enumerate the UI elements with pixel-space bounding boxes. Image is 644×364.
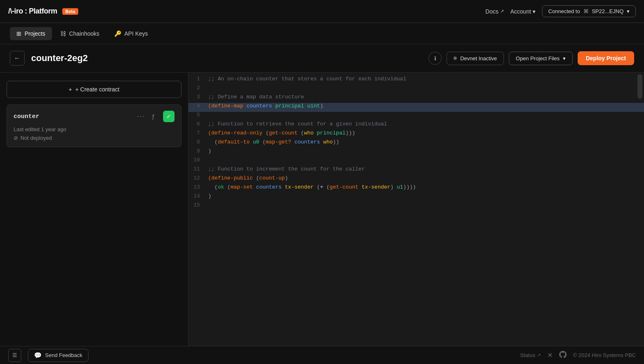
list-icon: ⊞ bbox=[16, 30, 21, 37]
connected-wallet-button[interactable]: Connected to ⌘ SP22...EJNQ ▾ bbox=[542, 5, 636, 17]
create-contract-label: + Create contract bbox=[75, 86, 120, 93]
tab-projects-label: Projects bbox=[25, 30, 45, 37]
last-edited: Last edited 1 year ago bbox=[14, 126, 175, 132]
app-logo: /\-iro : Platform bbox=[8, 7, 57, 16]
footer-right: Status ↗ ✕ © 2024 Hiro Systems PBC bbox=[520, 351, 636, 360]
more-options-button[interactable]: ··· bbox=[137, 113, 145, 120]
key-icon: 🔑 bbox=[114, 30, 121, 37]
external-link-icon: ↗ bbox=[537, 353, 541, 358]
copyright-text: © 2024 Hiro Systems PBC bbox=[573, 352, 636, 358]
devnet-label: Devnet Inactive bbox=[460, 55, 497, 61]
code-line-7: 7 (define-read-only (get-count (who prin… bbox=[188, 130, 644, 139]
contract-name: counter bbox=[14, 113, 39, 120]
deploy-label: Deploy Project bbox=[586, 55, 626, 61]
code-line-12: 12 (define-public (count-up) bbox=[188, 175, 644, 184]
beta-badge: Beta bbox=[62, 8, 79, 15]
account-label: Account bbox=[510, 8, 531, 15]
github-icon bbox=[559, 351, 567, 360]
tab-api-keys-label: API Keys bbox=[125, 30, 148, 37]
open-project-files-button[interactable]: Open Project Files ▾ bbox=[509, 52, 573, 65]
tab-chainhooks-label: Chainhooks bbox=[69, 30, 100, 37]
send-feedback-button[interactable]: 💬 Send Feedback bbox=[28, 349, 88, 362]
code-line-3: 3 ;; Define a map data structure bbox=[188, 94, 644, 103]
check-button[interactable]: ✓ bbox=[163, 111, 175, 122]
code-line-9: 9 ) bbox=[188, 148, 644, 157]
top-nav: /\-iro : Platform Beta Docs ↗ Account ▾ … bbox=[0, 0, 644, 23]
code-line-6: 6 ;; Function to retrieve the count for … bbox=[188, 121, 644, 130]
chevron-down-icon: ▾ bbox=[563, 55, 566, 61]
deployment-status: ⊘ Not deployed bbox=[14, 135, 175, 141]
function-icon-button[interactable]: ƒ bbox=[148, 111, 160, 122]
not-deployed-icon: ⊘ bbox=[14, 135, 18, 141]
check-icon: ✓ bbox=[166, 113, 171, 120]
contract-meta: Last edited 1 year ago ⊘ Not deployed bbox=[14, 126, 175, 141]
nav-right: Docs ↗ Account ▾ Connected to ⌘ SP22...E… bbox=[485, 5, 636, 17]
chain-icon: ⛓ bbox=[60, 30, 66, 37]
tab-projects[interactable]: ⊞ Projects bbox=[10, 27, 52, 40]
main-content: ← counter-2eg2 ℹ Devnet Inactive Open Pr… bbox=[0, 44, 644, 346]
footer-left: ☰ 💬 Send Feedback bbox=[8, 349, 88, 362]
devnet-status-dot bbox=[454, 57, 457, 60]
info-icon: ℹ bbox=[434, 55, 436, 61]
contract-actions: ··· ƒ ✓ bbox=[137, 111, 175, 122]
cmd-icon: ⌘ bbox=[583, 8, 589, 14]
header-actions: ℹ Devnet Inactive Open Project Files ▾ D… bbox=[429, 51, 634, 65]
menu-icon: ☰ bbox=[12, 352, 17, 358]
chevron-down-icon: ▾ bbox=[533, 8, 535, 15]
contract-card: counter ··· ƒ ✓ Last edite bbox=[7, 105, 181, 147]
hamburger-button[interactable]: ☰ bbox=[8, 349, 21, 362]
plus-icon: + bbox=[69, 86, 72, 93]
sidebar: + + Create contract counter ··· ƒ ✓ bbox=[0, 73, 188, 346]
code-line-13: 13 (ok (map-set counters tx-sender (+ (g… bbox=[188, 184, 644, 193]
code-line-5: 5 bbox=[188, 112, 644, 121]
not-deployed-label: Not deployed bbox=[20, 135, 52, 141]
chevron-down-icon: ▾ bbox=[627, 8, 630, 14]
code-area[interactable]: 1 ;; An on-chain counter that stores a c… bbox=[188, 73, 644, 346]
project-header: ← counter-2eg2 ℹ Devnet Inactive Open Pr… bbox=[0, 44, 644, 73]
code-line-1: 1 ;; An on-chain counter that stores a c… bbox=[188, 76, 644, 85]
code-line-8: 8 (default-to u0 (map-get? counters who)… bbox=[188, 139, 644, 148]
code-line-15: 15 bbox=[188, 202, 644, 211]
code-editor[interactable]: 1 ;; An on-chain counter that stores a c… bbox=[188, 73, 644, 346]
info-button[interactable]: ℹ bbox=[429, 52, 442, 65]
tab-api-keys[interactable]: 🔑 API Keys bbox=[108, 27, 155, 40]
code-line-4: 4 (define-map counters principal uint) bbox=[188, 103, 644, 112]
devnet-button[interactable]: Devnet Inactive bbox=[447, 52, 504, 65]
account-menu[interactable]: Account ▾ bbox=[510, 8, 536, 15]
x-icon: ✕ bbox=[547, 351, 553, 359]
second-nav: ⊞ Projects ⛓ Chainhooks 🔑 API Keys bbox=[0, 23, 644, 44]
x-social-link[interactable]: ✕ bbox=[547, 351, 553, 359]
feedback-label: Send Feedback bbox=[45, 352, 82, 358]
tab-chainhooks[interactable]: ⛓ Chainhooks bbox=[54, 27, 106, 40]
back-arrow-icon: ← bbox=[14, 55, 20, 62]
status-link[interactable]: Status ↗ bbox=[520, 352, 541, 358]
svg-text:ƒ: ƒ bbox=[152, 114, 155, 120]
workspace: + + Create contract counter ··· ƒ ✓ bbox=[0, 73, 644, 346]
project-title: counter-2eg2 bbox=[31, 53, 422, 64]
open-files-label: Open Project Files bbox=[516, 55, 560, 61]
code-line-14: 14 ) bbox=[188, 193, 644, 202]
external-link-icon: ↗ bbox=[500, 9, 504, 14]
code-line-2: 2 bbox=[188, 85, 644, 94]
contract-card-header: counter ··· ƒ ✓ bbox=[14, 111, 175, 122]
code-line-11: 11 ;; Function to increment the count fo… bbox=[188, 166, 644, 175]
copyright-label: © 2024 Hiro Systems PBC bbox=[573, 352, 636, 358]
create-contract-button[interactable]: + + Create contract bbox=[7, 81, 181, 98]
wallet-address: SP22...EJNQ bbox=[592, 8, 624, 14]
footer: ☰ 💬 Send Feedback Status ↗ ✕ © 2024 Hiro… bbox=[0, 346, 644, 364]
feedback-icon: 💬 bbox=[34, 352, 42, 359]
docs-link[interactable]: Docs ↗ bbox=[485, 8, 504, 15]
docs-label: Docs bbox=[485, 8, 499, 15]
code-line-10: 10 bbox=[188, 157, 644, 166]
github-link[interactable] bbox=[559, 351, 567, 360]
deploy-project-button[interactable]: Deploy Project bbox=[578, 51, 634, 65]
status-label: Status bbox=[520, 352, 535, 358]
scroll-indicator bbox=[637, 74, 642, 99]
connected-label: Connected to bbox=[548, 8, 580, 14]
back-button[interactable]: ← bbox=[10, 51, 25, 66]
